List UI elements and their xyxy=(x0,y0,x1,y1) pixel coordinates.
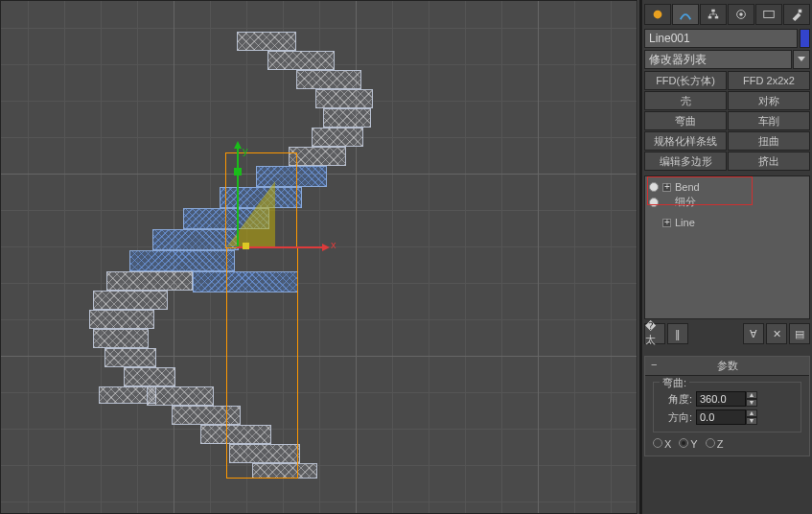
svg-point-5 xyxy=(739,12,743,16)
angle-spin-down[interactable]: ▼ xyxy=(746,399,757,407)
stair-step xyxy=(93,291,168,310)
tab-utilities[interactable] xyxy=(783,4,810,25)
stair-step xyxy=(93,329,149,348)
configure-sets-button[interactable]: ▤ xyxy=(789,323,810,344)
stack-toolbar: �太 ‖ ∀ ✕ ▤ xyxy=(644,319,810,348)
make-unique-button[interactable]: ∀ xyxy=(743,323,764,344)
bulb-icon[interactable] xyxy=(649,182,659,192)
angle-spin-up[interactable]: ▲ xyxy=(746,391,757,399)
svg-rect-7 xyxy=(799,10,802,13)
stair-step xyxy=(312,128,363,147)
mod-btn-symmetry[interactable]: 对称 xyxy=(728,91,810,110)
stair-step xyxy=(315,89,373,108)
direction-input[interactable] xyxy=(696,409,746,425)
angle-input[interactable] xyxy=(696,391,746,407)
stack-label: Bend xyxy=(675,181,700,193)
stair-step xyxy=(323,108,371,128)
stack-item-line[interactable]: Line xyxy=(647,216,807,229)
pin-stack-button[interactable]: �太 xyxy=(644,323,665,344)
bend-group-label: 弯曲: xyxy=(660,376,689,390)
tab-motion[interactable] xyxy=(728,4,754,25)
svg-rect-3 xyxy=(715,16,719,19)
bend-axis-group: X Y Z xyxy=(653,438,801,450)
viewport[interactable]: y x xyxy=(0,0,638,514)
axis-y[interactable] xyxy=(237,143,239,248)
stair-step xyxy=(147,386,214,406)
remove-modifier-button[interactable]: ✕ xyxy=(766,323,787,344)
direction-label: 方向: xyxy=(660,410,692,425)
mod-btn-bend[interactable]: 弯曲 xyxy=(644,111,727,130)
stair-step xyxy=(89,310,154,329)
parameters-rollout: 参数 弯曲: 角度: ▲▼ 方向: ▲▼ xyxy=(644,356,810,456)
stair-step xyxy=(296,70,361,89)
gizmo-origin[interactable] xyxy=(243,243,249,249)
svg-point-0 xyxy=(654,11,662,19)
modifier-stack[interactable]: Bend 细分 Line xyxy=(644,175,810,319)
expand-icon[interactable] xyxy=(662,219,671,227)
modifier-list-dropdown[interactable]: 修改器列表 xyxy=(644,50,792,69)
rollout-header[interactable]: 参数 xyxy=(645,357,809,376)
command-panel-tabs xyxy=(644,2,810,29)
tab-modify[interactable] xyxy=(672,4,699,25)
mod-btn-normalize-spline[interactable]: 规格化样条线 xyxy=(644,131,727,151)
direction-spin-down[interactable]: ▼ xyxy=(746,417,757,425)
mod-btn-shell[interactable]: 壳 xyxy=(644,91,727,110)
axis-x-radio[interactable] xyxy=(653,438,662,448)
svg-rect-1 xyxy=(711,10,715,12)
stack-label: 细分 xyxy=(675,195,696,209)
stair-step xyxy=(289,147,346,166)
stack-label: Line xyxy=(675,217,695,228)
stair-step xyxy=(124,367,175,386)
mod-btn-lathe[interactable]: 车削 xyxy=(728,111,810,130)
modifier-buttons: FFD(长方体) FFD 2x2x2 壳 对称 弯曲 车削 规格化样条线 扭曲 … xyxy=(644,71,810,171)
stair-step xyxy=(104,348,156,367)
svg-rect-2 xyxy=(708,16,712,19)
bulb-icon[interactable] xyxy=(649,198,659,207)
mod-btn-ffd-box[interactable]: FFD(长方体) xyxy=(644,71,727,90)
mod-btn-extrude[interactable]: 挤出 xyxy=(728,152,810,171)
axis-x-label: x xyxy=(331,239,336,250)
mod-btn-edit-poly[interactable]: 编辑多边形 xyxy=(644,152,727,171)
axis-x[interactable] xyxy=(237,246,328,248)
svg-rect-6 xyxy=(764,12,775,18)
command-panel: 修改器列表 FFD(长方体) FFD 2x2x2 壳 对称 弯曲 车削 规格化样… xyxy=(641,0,812,514)
mod-btn-twist[interactable]: 扭曲 xyxy=(728,131,810,151)
expand-icon[interactable] xyxy=(662,183,671,192)
stack-item-bend[interactable]: Bend xyxy=(647,180,807,194)
stair-step xyxy=(129,250,235,271)
angle-label: 角度: xyxy=(660,392,692,407)
axis-y-radio[interactable] xyxy=(679,438,688,448)
mod-btn-ffd-2x2x2[interactable]: FFD 2x2x2 xyxy=(728,71,810,90)
tab-display[interactable] xyxy=(755,4,782,25)
direction-spin-up[interactable]: ▲ xyxy=(746,409,757,417)
axis-x-label: X xyxy=(664,438,671,450)
gizmo-handle[interactable] xyxy=(234,168,242,175)
tab-create[interactable] xyxy=(644,4,671,25)
axis-y-label: y xyxy=(243,145,248,156)
object-color-swatch[interactable] xyxy=(800,29,810,48)
gizmo-tri xyxy=(227,181,275,246)
stair-step xyxy=(106,271,193,291)
show-end-result-button[interactable]: ‖ xyxy=(667,323,688,344)
tab-hierarchy[interactable] xyxy=(700,4,727,25)
modifier-list-arrow[interactable] xyxy=(793,50,810,69)
stair-step xyxy=(267,51,335,70)
axis-z-label: Z xyxy=(717,438,724,450)
stair-step xyxy=(237,32,296,51)
axis-y-label: Y xyxy=(690,438,697,450)
stack-item-tessellate[interactable]: 细分 xyxy=(647,194,807,210)
axis-z-radio[interactable] xyxy=(706,438,715,448)
object-name-field[interactable] xyxy=(644,29,798,48)
